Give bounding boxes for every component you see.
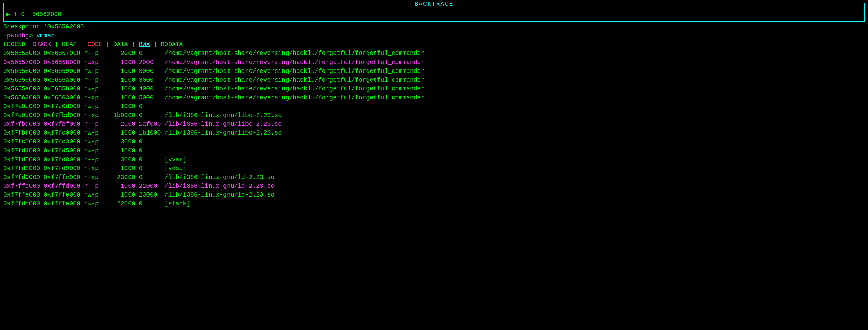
backtrace-section: BACKTRACE ▶ f 0 56562000 — [3, 3, 865, 22]
mmap-row-11: 0xf7fc0000 0xf7fc3000 rw-p 3000 0 — [3, 137, 865, 146]
mmap-row-12: 0xf7fd4000 0xf7fd5000 rw-p 1000 0 — [3, 146, 865, 155]
mmap-row-14: 0xf7fd8000 0xf7fd9000 r-xp 1000 0 [vdso] — [3, 164, 865, 173]
prompt-line: +pwndbg> vmmap — [3, 31, 865, 40]
mmap-row-17: 0xf7ffe000 0xf7ffe000 rw-p 1000 23000 /l… — [3, 190, 865, 199]
mmap-row-7: 0xf7e0c000 0xf7e0d000 rw-p 1000 0 — [3, 102, 865, 111]
mmap-row-18: 0xfffdc000 0xffffe000 rw-p 22000 0 [stac… — [3, 199, 865, 208]
breakpoint-line: Breakpoint *0x56562000 — [3, 22, 865, 31]
arrow-icon: ▶ — [6, 11, 14, 18]
mmap-row-5: 0x5655a000 0x5655b000 rw-p 1000 4000 /ho… — [3, 84, 865, 93]
frame-info: f 0 56562000 — [14, 11, 61, 18]
legend-line: LEGEND: STACK | HEAP | CODE | DATA | RWX… — [3, 40, 865, 49]
mmap-row-9: 0xf7fbd000 0xf7fbf000 r--p 2000 1af000 /… — [3, 120, 865, 128]
mmap-row-3: 0x56558000 0x56559000 rw-p 1000 3000 /ho… — [3, 67, 865, 76]
mmap-row-8: 0xf7e0d000 0xf7fbd000 r-xp 1b0000 0 /lib… — [3, 111, 865, 120]
mmap-row-4: 0x56559000 0x5655a000 r--p 1000 3000 /ho… — [3, 76, 865, 84]
mmap-row-2: 0x56557000 0x56558000 rwxp 1000 2000 /ho… — [3, 58, 865, 67]
mmap-row-1: 0x56555000 0x56557000 r--p 2000 0 /home/… — [3, 49, 865, 58]
mmap-row-10: 0xf7fbf000 0xf7fc0000 rw-p 1000 1b1000 /… — [3, 128, 865, 137]
backtrace-title: BACKTRACE — [6, 0, 862, 8]
mmap-row-16: 0xf7ffc000 0xf7ffd000 r--p 1000 22000 /l… — [3, 182, 865, 190]
backtrace-line-1: ▶ f 0 56562000 — [6, 10, 862, 19]
terminal: BACKTRACE ▶ f 0 56562000 Breakpoint *0x5… — [0, 0, 868, 211]
mmap-row-13: 0xf7fd5000 0xf7fd8000 r--p 3000 0 [vvar] — [3, 155, 865, 164]
pwndbg-label: pwndbg — [7, 32, 29, 39]
mmap-row-15: 0xf7fd9000 0xf7ffc000 r-xp 23000 0 /lib/… — [3, 173, 865, 182]
mmap-row-6: 0x56562000 0x56563000 r-xp 1000 5000 /ho… — [3, 93, 865, 102]
prompt-command: vmmap — [36, 32, 55, 39]
